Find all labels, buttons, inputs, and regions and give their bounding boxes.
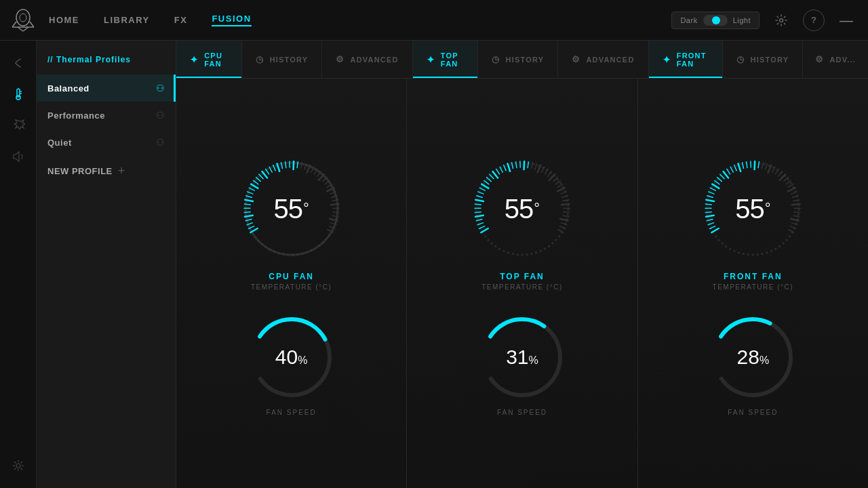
sidebar-profiles: // Thermal Profiles Balanced ⚇ Performan…	[37, 41, 176, 488]
top-temp-value: 55°	[505, 193, 540, 224]
sidebar-item-balanced[interactable]: Balanced ⚇	[37, 75, 176, 102]
sidebar-item-performance[interactable]: Performance ⚇	[37, 102, 176, 129]
top-speed-label: FAN SPEED	[497, 409, 547, 416]
svg-line-81	[475, 203, 481, 204]
new-profile-label: NEW PROFILE	[47, 166, 113, 176]
nav-home[interactable]: HOME	[49, 15, 79, 25]
svg-line-147	[747, 161, 747, 167]
cpu-advanced-tab-label: ADVANCED	[351, 56, 399, 64]
front-fan-panel: 55° FRONT FAN TEMPERATURE (°C) 28%	[638, 79, 868, 488]
nav-fusion[interactable]: FUSION	[212, 14, 251, 26]
svg-line-125	[712, 228, 719, 232]
balanced-label: Balanced	[47, 83, 90, 94]
top-speed-number: 31	[506, 346, 528, 368]
svg-line-74	[481, 228, 488, 232]
performance-link-icon: ⚇	[156, 110, 165, 121]
svg-line-2	[12, 22, 16, 27]
help-icon[interactable]: ?	[803, 9, 825, 31]
top-advanced-tab-label: ADVANCED	[586, 56, 634, 64]
tab-cpu-advanced[interactable]: ⚙ ADVANCED	[322, 41, 412, 78]
front-speed-gauge: 28%	[705, 310, 800, 405]
sidebar-icon-light[interactable]	[5, 113, 31, 138]
tab-cpu-history[interactable]: ◷ HISTORY	[242, 41, 322, 78]
dark-label: Dark	[680, 16, 697, 24]
cpu-fan-panel: 55° CPU FAN TEMPERATURE (°C) 40%	[176, 79, 407, 488]
svg-line-172	[789, 229, 794, 232]
top-temp-label: TOP FAN	[500, 272, 545, 281]
tab-cpu-fan[interactable]: ✦ CPU FAN	[176, 41, 242, 78]
svg-line-114	[561, 203, 570, 204]
svg-point-7	[780, 18, 783, 22]
cpu-history-tab-label: HISTORY	[270, 56, 309, 64]
toggle-thumb	[712, 16, 720, 24]
svg-line-96	[516, 161, 517, 167]
front-speed-number: 28	[737, 346, 760, 368]
svg-point-9	[16, 96, 20, 100]
top-temp-gauge: 55°	[465, 151, 580, 266]
top-fan-icon: ✦	[427, 54, 435, 65]
svg-line-79	[475, 211, 481, 212]
nav-library[interactable]: LIBRARY	[104, 15, 150, 25]
tab-top-advanced[interactable]: ⚙ ADVANCED	[558, 41, 648, 78]
top-history-icon: ◷	[492, 54, 500, 64]
sidebar-icon-temp[interactable]	[5, 81, 31, 107]
svg-line-19	[20, 462, 22, 464]
svg-line-135	[709, 191, 714, 193]
thermal-profiles-label: Thermal Profiles	[56, 55, 131, 64]
tab-top-fan[interactable]: ✦ TOP FAN	[413, 41, 479, 78]
top-history-tab-label: HISTORY	[506, 56, 545, 64]
svg-line-136	[710, 188, 715, 190]
minimize-button[interactable]: —	[835, 14, 857, 27]
svg-point-0	[16, 9, 30, 26]
svg-line-18	[20, 468, 22, 470]
front-history-tab-label: HISTORY	[751, 56, 789, 64]
top-advanced-icon: ⚙	[572, 54, 580, 64]
top-fan-tab-label: TOP FAN	[441, 52, 464, 68]
tab-top-history[interactable]: ◷ HISTORY	[478, 41, 558, 78]
cpu-speed-value: 40%	[275, 346, 308, 369]
cpu-speed-number: 40	[275, 346, 298, 368]
cpu-temp-sublabel: TEMPERATURE (°C)	[251, 283, 332, 291]
svg-line-146	[743, 162, 744, 168]
theme-toggle[interactable]: Dark Light	[671, 12, 760, 29]
toggle-track[interactable]	[703, 15, 728, 26]
front-speed-value: 28%	[737, 346, 770, 369]
svg-line-116	[564, 211, 570, 212]
svg-line-151	[762, 162, 764, 168]
svg-line-162	[791, 191, 797, 193]
top-fan-panel: 55° TOP FAN TEMPERATURE (°C) 31%	[407, 79, 637, 488]
front-temp-gauge: 55°	[695, 151, 810, 266]
sidebar-item-quiet[interactable]: Quiet ⚇	[37, 129, 176, 156]
svg-line-98	[524, 161, 525, 169]
sidebar-icon-audio[interactable]	[5, 144, 31, 169]
svg-line-84	[478, 191, 484, 193]
tab-front-advanced[interactable]: ⚙ ADV...	[803, 41, 868, 78]
svg-line-165	[792, 203, 800, 204]
sidebar-icon-back[interactable]	[5, 50, 31, 76]
svg-line-132	[706, 203, 712, 204]
tab-front-fan[interactable]: ✦ FRONT FAN	[649, 41, 724, 78]
svg-line-90	[493, 171, 498, 178]
svg-line-121	[558, 229, 564, 232]
front-history-icon: ◷	[736, 54, 745, 64]
nav-fx[interactable]: FX	[174, 15, 188, 25]
front-temp-sublabel: TEMPERATURE (°C)	[713, 283, 793, 291]
svg-line-150	[758, 161, 759, 167]
main-layout: // Thermal Profiles Balanced ⚇ Performan…	[0, 41, 868, 488]
svg-line-141	[724, 171, 728, 178]
alien-logo[interactable]	[11, 8, 35, 33]
tab-front-history[interactable]: ◷ HISTORY	[723, 41, 803, 78]
svg-line-106	[549, 174, 555, 180]
tab-bar: ✦ CPU FAN ◷ HISTORY ⚙ ADVANCED ✦ TOP FAN…	[176, 41, 868, 79]
cpu-temp-gauge: 55°	[234, 151, 349, 266]
svg-line-99	[528, 161, 528, 167]
svg-line-152	[766, 163, 768, 169]
balanced-link-icon: ⚇	[156, 83, 165, 94]
light-label: Light	[733, 16, 751, 24]
sidebar-icon-burst[interactable]	[5, 453, 31, 479]
quiet-link-icon: ⚇	[156, 137, 165, 148]
settings-icon[interactable]	[770, 9, 792, 31]
svg-line-157	[780, 174, 785, 180]
new-profile-item[interactable]: NEW PROFILE +	[37, 156, 176, 186]
svg-point-12	[16, 464, 20, 468]
